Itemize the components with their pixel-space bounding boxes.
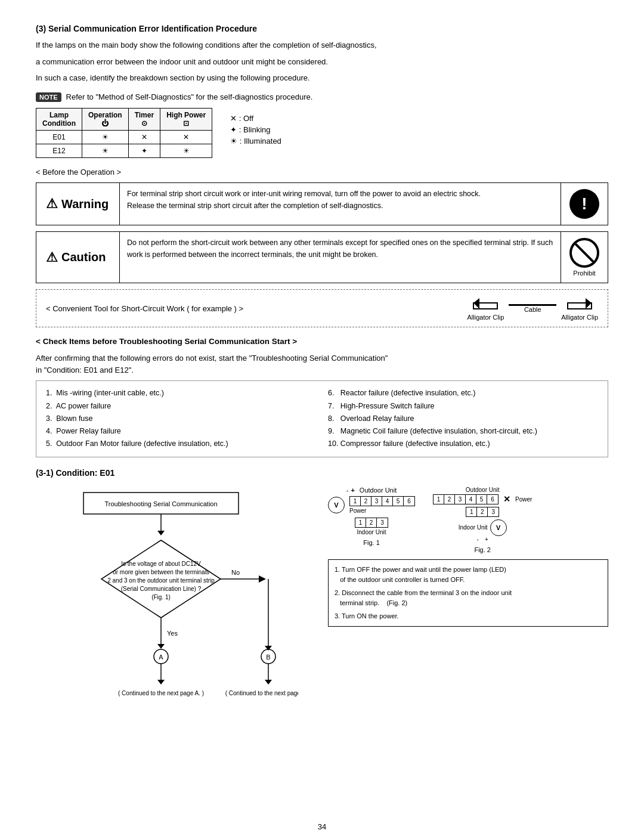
col-condition: LampCondition <box>36 108 82 130</box>
fig1-indoor-label: Indoor Unit <box>357 529 386 535</box>
fig2-diagram: Outdoor Unit 1 2 3 4 5 6 ✕ Power <box>433 487 532 553</box>
svg-text:B: B <box>266 654 270 661</box>
section-title: (3) Serial Communication Error Identific… <box>36 24 608 33</box>
check-items-right: 6. Reactor failure (defective insulation… <box>328 387 598 450</box>
intro-line2: a communication error between the indoor… <box>36 56 608 68</box>
fig2-polarity: - + <box>477 536 488 543</box>
convenient-tool-label: < Convenient Tool for Short-Circuit Work… <box>46 304 243 313</box>
caution-text: Do not perform the short-circuit work be… <box>120 232 561 283</box>
fig1-indoor-area: 1 2 3 <box>355 518 388 528</box>
fig2-label: Fig. 2 <box>474 546 491 553</box>
fig2-outdoor-bottom-terminals: 1 2 3 <box>466 507 499 517</box>
col-operation: Operation⏻ <box>82 108 128 130</box>
svg-text:Troubleshooting Serial Communi: Troubleshooting Serial Communication <box>104 500 217 507</box>
warning-icon-area: ! <box>561 183 608 225</box>
row-e01-hp: ✕ <box>160 130 212 144</box>
row-e12-condition: E12 <box>36 144 82 157</box>
action-step-1: 1. Turn OFF the power and wait until the… <box>335 565 602 586</box>
svg-text:( Continued to the next page A: ( Continued to the next page A. ) <box>118 690 204 696</box>
fig1-power-area: Power <box>349 507 415 514</box>
col-timer: Timer⊙ <box>128 108 160 130</box>
row-e12-timer: ✦ <box>128 144 160 157</box>
note-label: NOTE <box>36 92 61 102</box>
fig1-vmeter-row: - + Outdoor Unit <box>346 487 397 494</box>
svg-marker-1 <box>473 298 479 309</box>
warning-triangle-icon: ⚠ <box>46 196 58 212</box>
svg-text:(Fig. 1): (Fig. 1) <box>151 594 171 600</box>
check-item-10: 10. Compressor failure (defective insula… <box>328 438 598 450</box>
note-text: Refer to "Method of Self-Diagnostics" fo… <box>66 92 313 101</box>
warning-label: ⚠ Warning <box>36 183 120 225</box>
action-step-3: 3. Turn ON the power. <box>335 611 602 622</box>
clip-left-svg <box>470 296 500 314</box>
check-items-left: 1. Mis -wiring (inter-unit cable, etc.) … <box>46 387 316 450</box>
fig2-outdoor-bottom-strip: 1 2 3 <box>466 507 499 517</box>
voltmeter-fig2: V <box>490 519 507 536</box>
before-operation: < Before the Operation > <box>36 166 608 178</box>
svg-marker-25 <box>157 680 165 685</box>
svg-text:Is the voltage of about DC12V: Is the voltage of about DC12V <box>121 561 201 567</box>
fig1-outdoor-terminals: 1 2 3 4 5 6 Power <box>349 496 415 514</box>
fig1-top: V 1 2 3 4 5 6 Power <box>328 496 415 514</box>
svg-text:No: No <box>231 569 240 576</box>
alligator-clip-left: Alligator Clip <box>467 296 504 321</box>
fig1-label: Fig. 1 <box>363 539 380 546</box>
legend: ✕ : Off ✦ : Blinking ☀ : Illuminated <box>230 114 281 145</box>
exclamation-icon: ! <box>569 189 599 219</box>
check-item-8: 8. Overload Relay failure <box>328 413 598 425</box>
clip-diagram: Alligator Clip Cable Alligator Clip <box>467 296 599 321</box>
intro-line3: In such a case, identify the breakdown s… <box>36 72 608 84</box>
check-section-text: After confirming that the following erro… <box>36 352 608 376</box>
check-section-title: < Check Items before Troubleshooting Ser… <box>36 336 608 348</box>
svg-text:Yes: Yes <box>167 630 178 637</box>
note-box: NOTE Refer to "Method of Self-Diagnostic… <box>36 92 608 102</box>
bottom-section: Troubleshooting Serial Communication Is … <box>36 487 608 810</box>
svg-text:(Serial Communication Line) ?: (Serial Communication Line) ? <box>121 586 202 592</box>
row-e12-op: ☀ <box>82 144 128 157</box>
row-e01-timer: ✕ <box>128 130 160 144</box>
check-item-9: 9. Magnetic Coil failure (defective insu… <box>328 425 598 438</box>
caution-title: Caution <box>61 250 106 264</box>
action-step-2: 2. Disconnect the cable from the termina… <box>335 588 602 609</box>
outdoor-terminal-strip-fig1: 1 2 3 4 5 6 <box>349 496 415 506</box>
svg-text:or more given between the term: or more given between the terminals <box>113 569 209 575</box>
warning-box: ⚠ Warning For terminal strip short circu… <box>36 182 608 225</box>
indoor-terminal-strip-fig1: 1 2 3 <box>355 518 388 528</box>
row-e01-op: ☀ <box>82 130 128 144</box>
fig2-outdoor-label: Outdoor Unit <box>466 487 500 493</box>
check-item-5: 5. Outdoor Fan Motor failure (defective … <box>46 438 316 450</box>
x-mark-fig2: ✕ <box>503 494 510 504</box>
svg-marker-20 <box>157 644 165 649</box>
svg-marker-9 <box>157 531 165 535</box>
caution-label: ⚠ Caution <box>36 232 120 283</box>
row-e12-hp: ☀ <box>160 144 212 157</box>
cable-section: Cable <box>509 304 556 313</box>
flowchart-area: Troubleshooting Serial Communication Is … <box>36 487 316 810</box>
fig2-outdoor-top-strip: 1 2 3 4 5 6 <box>433 494 499 504</box>
check-item-6: 6. Reactor failure (defective insulation… <box>328 387 598 400</box>
legend-blinking: ✦ : Blinking <box>230 125 281 134</box>
intro-line1: If the lamps on the main body show the f… <box>36 39 608 51</box>
fig2-top-row: 1 2 3 4 5 6 ✕ Power <box>433 494 532 504</box>
fig2-bottom-row: 1 2 3 <box>466 507 499 517</box>
check-items-list: 1. Mis -wiring (inter-unit cable, etc.) … <box>36 380 608 457</box>
action-steps-box: 1. Turn OFF the power and wait until the… <box>328 559 608 627</box>
check-item-3: 3. Blown fuse <box>46 413 316 425</box>
caution-triangle-icon: ⚠ <box>46 250 58 265</box>
svg-marker-4 <box>586 298 592 309</box>
warning-title: Warning <box>61 197 109 211</box>
fig1-diagram: - + Outdoor Unit V 1 2 3 4 5 6 <box>328 487 415 553</box>
svg-text:A: A <box>159 654 163 661</box>
table-section: LampCondition Operation⏻ Timer⊙ High Pow… <box>36 108 608 158</box>
clip-right-svg <box>565 296 595 314</box>
legend-illuminated: ☀ : Illuminated <box>230 137 281 145</box>
diagrams-area: - + Outdoor Unit V 1 2 3 4 5 6 <box>328 487 608 810</box>
page-number: 34 <box>36 822 608 831</box>
caution-box: ⚠ Caution Do not perform the short-circu… <box>36 231 608 283</box>
alligator-clip-right: Alligator Clip <box>561 296 598 321</box>
svg-text:( Continued to the next page B: ( Continued to the next page B. ) <box>225 690 298 696</box>
check-item-7: 7. High-Pressure Switch failure <box>328 400 598 413</box>
row-e01-condition: E01 <box>36 130 82 144</box>
fig2-outdoor-top-terminals: 1 2 3 4 5 6 <box>433 494 499 504</box>
fig2-indoor-area: Indoor Unit V <box>459 519 507 536</box>
